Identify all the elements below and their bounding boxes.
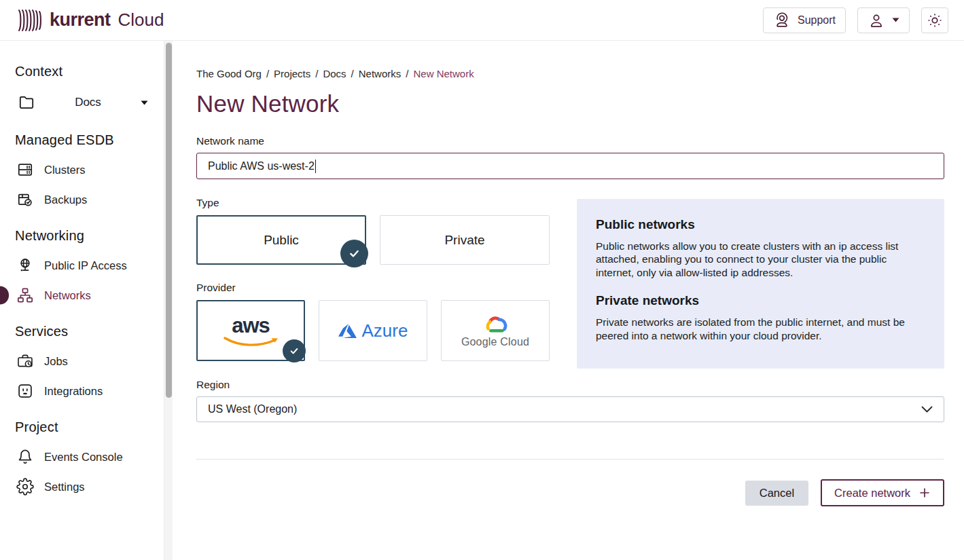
- breadcrumb-current: New Network: [413, 68, 474, 79]
- breadcrumb: The Good Org/Projects/Docs/Networks/New …: [196, 68, 944, 79]
- sun-icon: [927, 12, 943, 29]
- type-option-label: Private: [444, 233, 484, 248]
- folder-icon: [18, 94, 35, 111]
- info-heading-public: Public networks: [596, 217, 925, 232]
- azure-logo-text: Azure: [362, 320, 408, 341]
- info-body-public: Public networks allow you to create clus…: [596, 240, 925, 279]
- sidebar-heading-networking: Networking: [0, 228, 174, 244]
- sidebar-item-clusters[interactable]: Clusters: [0, 155, 174, 185]
- main-content: The Good Org/Projects/Docs/Networks/New …: [174, 41, 964, 560]
- sidebar-item-label: Settings: [44, 481, 85, 493]
- user-menu-button[interactable]: [857, 7, 910, 33]
- backups-icon: [16, 191, 34, 208]
- sidebar-item-label: Backups: [44, 193, 87, 206]
- create-network-label: Create network: [834, 487, 910, 500]
- form-divider: [196, 459, 944, 460]
- context-selector[interactable]: Docs: [0, 86, 174, 119]
- globe-stand-icon: [16, 257, 34, 274]
- sidebar: Context Docs Managed ESDB Clusters Backu…: [0, 41, 174, 560]
- network-types-info-panel: Public networks Public networks allow yo…: [577, 199, 944, 369]
- top-header: kurrent Cloud Support: [0, 0, 964, 41]
- check-icon: [348, 247, 361, 260]
- brand-suffix: Cloud: [118, 10, 164, 31]
- text-cursor: [315, 160, 316, 173]
- network-name-input[interactable]: Public AWS us-west-2: [196, 153, 944, 179]
- plus-icon: [918, 487, 931, 499]
- aws-smile-icon: [219, 336, 282, 348]
- info-heading-private: Private networks: [596, 293, 925, 308]
- brand-logo[interactable]: kurrent Cloud: [16, 7, 164, 33]
- user-icon: [868, 12, 885, 29]
- provider-option-aws[interactable]: aws: [196, 300, 305, 361]
- breadcrumb-projects[interactable]: Projects: [274, 68, 310, 79]
- region-select[interactable]: US West (Oregon): [196, 396, 944, 422]
- info-body-private: Private networks are isolated from the p…: [596, 316, 925, 342]
- provider-option-google-cloud[interactable]: Google Cloud: [441, 300, 550, 361]
- sidebar-item-label: Networks: [44, 289, 91, 302]
- brand-name: kurrent: [50, 10, 111, 31]
- sidebar-item-label: Integrations: [44, 385, 103, 398]
- clusters-icon: [16, 161, 34, 179]
- type-option-label: Public: [264, 233, 299, 248]
- sidebar-heading-project: Project: [0, 419, 174, 435]
- support-label: Support: [798, 14, 836, 26]
- context-value: Docs: [35, 96, 141, 109]
- check-icon: [289, 346, 300, 356]
- provider-option-azure[interactable]: Azure: [319, 300, 427, 361]
- cancel-button[interactable]: Cancel: [745, 481, 808, 506]
- network-name-value: Public AWS us-west-2: [208, 160, 315, 172]
- breadcrumb-org[interactable]: The Good Org: [196, 68, 262, 79]
- sidebar-scrollbar-thumb[interactable]: [166, 43, 172, 398]
- headset-icon: [773, 12, 791, 29]
- chevron-down-icon: [921, 406, 933, 413]
- gear-icon: [16, 478, 34, 496]
- active-indicator: [0, 286, 9, 305]
- sidebar-heading-services: Services: [0, 324, 174, 339]
- sidebar-item-integrations[interactable]: Integrations: [0, 376, 174, 406]
- network-name-label: Network name: [196, 135, 944, 147]
- sidebar-item-jobs[interactable]: Jobs: [0, 346, 174, 376]
- aws-logo: aws: [232, 315, 270, 336]
- support-button[interactable]: Support: [763, 7, 846, 33]
- sidebar-item-label: Public IP Access: [44, 259, 127, 272]
- selected-check-badge: [340, 240, 368, 267]
- sidebar-scrollbar-track[interactable]: [164, 41, 173, 560]
- azure-logo-icon: [338, 322, 357, 340]
- breadcrumb-networks[interactable]: Networks: [359, 68, 401, 79]
- sitemap-icon: [16, 286, 34, 304]
- region-value: US West (Oregon): [208, 403, 297, 415]
- caret-down-icon: [892, 18, 899, 22]
- theme-toggle-button[interactable]: [921, 7, 948, 33]
- selected-check-badge: [283, 339, 306, 362]
- briefcase-clock-icon: [16, 352, 34, 370]
- type-option-private[interactable]: Private: [380, 215, 550, 265]
- bell-icon: [16, 448, 34, 466]
- create-network-button[interactable]: Create network: [821, 479, 944, 506]
- kurrent-waves-icon: [16, 7, 43, 33]
- page-title: New Network: [196, 90, 944, 117]
- sidebar-item-label: Events Console: [44, 451, 123, 464]
- region-label: Region: [196, 379, 944, 391]
- sidebar-item-settings[interactable]: Settings: [0, 472, 174, 502]
- type-option-public[interactable]: Public: [196, 215, 366, 265]
- sidebar-item-public-ip-access[interactable]: Public IP Access: [0, 250, 174, 280]
- google-cloud-logo-icon: [480, 313, 510, 335]
- google-cloud-logo-text: Google Cloud: [461, 336, 529, 348]
- sidebar-item-events-console[interactable]: Events Console: [0, 442, 174, 472]
- sidebar-heading-context: Context: [0, 64, 174, 79]
- sidebar-item-label: Jobs: [44, 355, 68, 368]
- sidebar-item-label: Clusters: [44, 164, 86, 176]
- sidebar-item-backups[interactable]: Backups: [0, 185, 174, 214]
- outlet-icon: [16, 382, 34, 400]
- sidebar-item-networks[interactable]: Networks: [0, 280, 174, 310]
- sidebar-heading-managed-esdb: Managed ESDB: [0, 132, 174, 148]
- caret-down-icon: [141, 100, 148, 105]
- breadcrumb-project-docs[interactable]: Docs: [323, 68, 346, 79]
